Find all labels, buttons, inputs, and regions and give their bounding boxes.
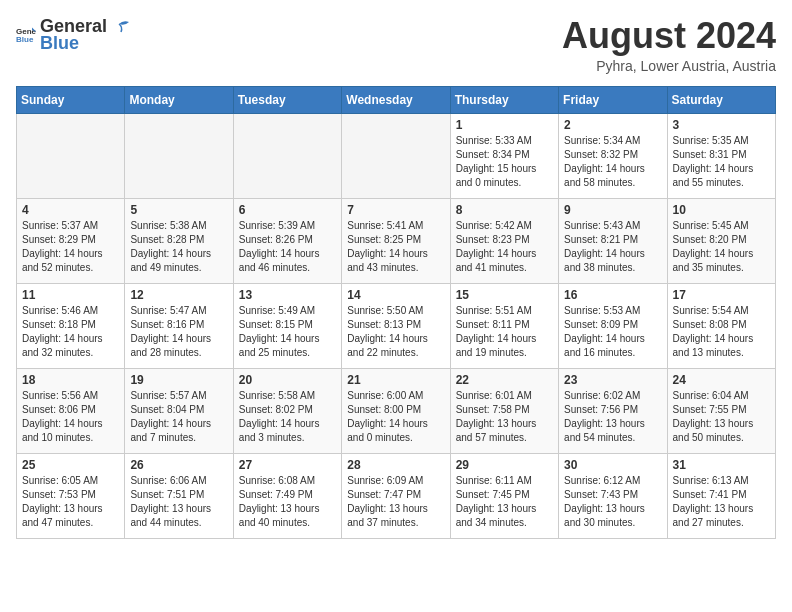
day-number: 12 bbox=[130, 288, 227, 302]
day-info: Sunrise: 6:01 AM Sunset: 7:58 PM Dayligh… bbox=[456, 389, 553, 445]
day-cell: 9Sunrise: 5:43 AM Sunset: 8:21 PM Daylig… bbox=[559, 198, 667, 283]
day-info: Sunrise: 6:06 AM Sunset: 7:51 PM Dayligh… bbox=[130, 474, 227, 530]
col-header-wednesday: Wednesday bbox=[342, 86, 450, 113]
day-number: 4 bbox=[22, 203, 119, 217]
day-info: Sunrise: 5:34 AM Sunset: 8:32 PM Dayligh… bbox=[564, 134, 661, 190]
day-number: 3 bbox=[673, 118, 770, 132]
day-info: Sunrise: 6:00 AM Sunset: 8:00 PM Dayligh… bbox=[347, 389, 444, 445]
day-info: Sunrise: 5:39 AM Sunset: 8:26 PM Dayligh… bbox=[239, 219, 336, 275]
day-cell: 3Sunrise: 5:35 AM Sunset: 8:31 PM Daylig… bbox=[667, 113, 775, 198]
day-cell: 14Sunrise: 5:50 AM Sunset: 8:13 PM Dayli… bbox=[342, 283, 450, 368]
day-number: 5 bbox=[130, 203, 227, 217]
day-cell: 22Sunrise: 6:01 AM Sunset: 7:58 PM Dayli… bbox=[450, 368, 558, 453]
day-cell: 7Sunrise: 5:41 AM Sunset: 8:25 PM Daylig… bbox=[342, 198, 450, 283]
month-year-title: August 2024 bbox=[562, 16, 776, 56]
col-header-sunday: Sunday bbox=[17, 86, 125, 113]
calendar-table: SundayMondayTuesdayWednesdayThursdayFrid… bbox=[16, 86, 776, 539]
day-cell: 11Sunrise: 5:46 AM Sunset: 8:18 PM Dayli… bbox=[17, 283, 125, 368]
day-cell: 21Sunrise: 6:00 AM Sunset: 8:00 PM Dayli… bbox=[342, 368, 450, 453]
day-cell bbox=[125, 113, 233, 198]
day-number: 28 bbox=[347, 458, 444, 472]
day-number: 7 bbox=[347, 203, 444, 217]
day-cell bbox=[17, 113, 125, 198]
day-number: 20 bbox=[239, 373, 336, 387]
day-info: Sunrise: 6:12 AM Sunset: 7:43 PM Dayligh… bbox=[564, 474, 661, 530]
day-number: 26 bbox=[130, 458, 227, 472]
day-info: Sunrise: 5:42 AM Sunset: 8:23 PM Dayligh… bbox=[456, 219, 553, 275]
day-info: Sunrise: 5:50 AM Sunset: 8:13 PM Dayligh… bbox=[347, 304, 444, 360]
day-cell: 19Sunrise: 5:57 AM Sunset: 8:04 PM Dayli… bbox=[125, 368, 233, 453]
day-info: Sunrise: 6:04 AM Sunset: 7:55 PM Dayligh… bbox=[673, 389, 770, 445]
day-cell: 27Sunrise: 6:08 AM Sunset: 7:49 PM Dayli… bbox=[233, 453, 341, 538]
day-cell: 28Sunrise: 6:09 AM Sunset: 7:47 PM Dayli… bbox=[342, 453, 450, 538]
day-cell: 6Sunrise: 5:39 AM Sunset: 8:26 PM Daylig… bbox=[233, 198, 341, 283]
day-cell: 12Sunrise: 5:47 AM Sunset: 8:16 PM Dayli… bbox=[125, 283, 233, 368]
day-info: Sunrise: 6:13 AM Sunset: 7:41 PM Dayligh… bbox=[673, 474, 770, 530]
day-info: Sunrise: 5:47 AM Sunset: 8:16 PM Dayligh… bbox=[130, 304, 227, 360]
day-cell: 1Sunrise: 5:33 AM Sunset: 8:34 PM Daylig… bbox=[450, 113, 558, 198]
day-number: 14 bbox=[347, 288, 444, 302]
day-cell: 23Sunrise: 6:02 AM Sunset: 7:56 PM Dayli… bbox=[559, 368, 667, 453]
day-info: Sunrise: 5:38 AM Sunset: 8:28 PM Dayligh… bbox=[130, 219, 227, 275]
day-cell bbox=[342, 113, 450, 198]
day-cell: 26Sunrise: 6:06 AM Sunset: 7:51 PM Dayli… bbox=[125, 453, 233, 538]
day-cell: 30Sunrise: 6:12 AM Sunset: 7:43 PM Dayli… bbox=[559, 453, 667, 538]
day-cell: 18Sunrise: 5:56 AM Sunset: 8:06 PM Dayli… bbox=[17, 368, 125, 453]
day-info: Sunrise: 5:35 AM Sunset: 8:31 PM Dayligh… bbox=[673, 134, 770, 190]
day-number: 17 bbox=[673, 288, 770, 302]
day-number: 22 bbox=[456, 373, 553, 387]
week-row-5: 25Sunrise: 6:05 AM Sunset: 7:53 PM Dayli… bbox=[17, 453, 776, 538]
day-info: Sunrise: 5:49 AM Sunset: 8:15 PM Dayligh… bbox=[239, 304, 336, 360]
day-number: 9 bbox=[564, 203, 661, 217]
day-number: 2 bbox=[564, 118, 661, 132]
day-cell: 13Sunrise: 5:49 AM Sunset: 8:15 PM Dayli… bbox=[233, 283, 341, 368]
svg-text:Blue: Blue bbox=[16, 35, 34, 44]
day-cell: 25Sunrise: 6:05 AM Sunset: 7:53 PM Dayli… bbox=[17, 453, 125, 538]
day-cell bbox=[233, 113, 341, 198]
day-number: 27 bbox=[239, 458, 336, 472]
day-info: Sunrise: 5:33 AM Sunset: 8:34 PM Dayligh… bbox=[456, 134, 553, 190]
day-info: Sunrise: 6:02 AM Sunset: 7:56 PM Dayligh… bbox=[564, 389, 661, 445]
title-area: August 2024 Pyhra, Lower Austria, Austri… bbox=[562, 16, 776, 74]
day-number: 13 bbox=[239, 288, 336, 302]
day-number: 24 bbox=[673, 373, 770, 387]
day-cell: 20Sunrise: 5:58 AM Sunset: 8:02 PM Dayli… bbox=[233, 368, 341, 453]
day-info: Sunrise: 5:51 AM Sunset: 8:11 PM Dayligh… bbox=[456, 304, 553, 360]
day-info: Sunrise: 6:08 AM Sunset: 7:49 PM Dayligh… bbox=[239, 474, 336, 530]
col-header-friday: Friday bbox=[559, 86, 667, 113]
day-info: Sunrise: 5:53 AM Sunset: 8:09 PM Dayligh… bbox=[564, 304, 661, 360]
day-number: 15 bbox=[456, 288, 553, 302]
day-number: 23 bbox=[564, 373, 661, 387]
day-info: Sunrise: 5:56 AM Sunset: 8:06 PM Dayligh… bbox=[22, 389, 119, 445]
logo-bird-icon bbox=[109, 18, 131, 36]
day-info: Sunrise: 6:11 AM Sunset: 7:45 PM Dayligh… bbox=[456, 474, 553, 530]
day-cell: 24Sunrise: 6:04 AM Sunset: 7:55 PM Dayli… bbox=[667, 368, 775, 453]
col-header-monday: Monday bbox=[125, 86, 233, 113]
day-info: Sunrise: 5:45 AM Sunset: 8:20 PM Dayligh… bbox=[673, 219, 770, 275]
day-info: Sunrise: 6:05 AM Sunset: 7:53 PM Dayligh… bbox=[22, 474, 119, 530]
day-number: 29 bbox=[456, 458, 553, 472]
day-number: 6 bbox=[239, 203, 336, 217]
day-cell: 5Sunrise: 5:38 AM Sunset: 8:28 PM Daylig… bbox=[125, 198, 233, 283]
day-cell: 10Sunrise: 5:45 AM Sunset: 8:20 PM Dayli… bbox=[667, 198, 775, 283]
col-header-thursday: Thursday bbox=[450, 86, 558, 113]
week-row-1: 1Sunrise: 5:33 AM Sunset: 8:34 PM Daylig… bbox=[17, 113, 776, 198]
day-cell: 31Sunrise: 6:13 AM Sunset: 7:41 PM Dayli… bbox=[667, 453, 775, 538]
day-info: Sunrise: 5:37 AM Sunset: 8:29 PM Dayligh… bbox=[22, 219, 119, 275]
day-info: Sunrise: 5:58 AM Sunset: 8:02 PM Dayligh… bbox=[239, 389, 336, 445]
day-number: 18 bbox=[22, 373, 119, 387]
week-row-2: 4Sunrise: 5:37 AM Sunset: 8:29 PM Daylig… bbox=[17, 198, 776, 283]
col-header-tuesday: Tuesday bbox=[233, 86, 341, 113]
day-number: 1 bbox=[456, 118, 553, 132]
header-row: SundayMondayTuesdayWednesdayThursdayFrid… bbox=[17, 86, 776, 113]
day-cell: 4Sunrise: 5:37 AM Sunset: 8:29 PM Daylig… bbox=[17, 198, 125, 283]
col-header-saturday: Saturday bbox=[667, 86, 775, 113]
day-info: Sunrise: 5:43 AM Sunset: 8:21 PM Dayligh… bbox=[564, 219, 661, 275]
day-cell: 17Sunrise: 5:54 AM Sunset: 8:08 PM Dayli… bbox=[667, 283, 775, 368]
day-cell: 8Sunrise: 5:42 AM Sunset: 8:23 PM Daylig… bbox=[450, 198, 558, 283]
day-number: 25 bbox=[22, 458, 119, 472]
day-info: Sunrise: 5:41 AM Sunset: 8:25 PM Dayligh… bbox=[347, 219, 444, 275]
day-number: 31 bbox=[673, 458, 770, 472]
day-cell: 29Sunrise: 6:11 AM Sunset: 7:45 PM Dayli… bbox=[450, 453, 558, 538]
logo-icon: General Blue bbox=[16, 25, 36, 45]
